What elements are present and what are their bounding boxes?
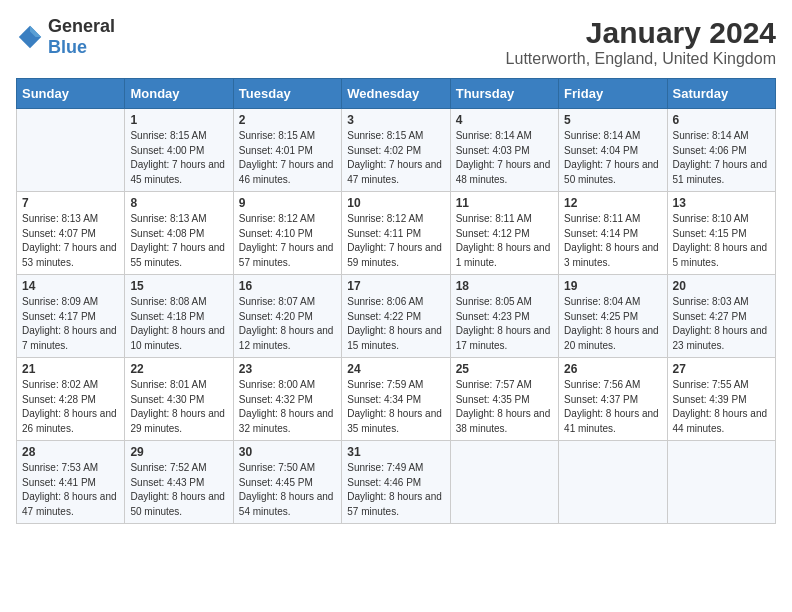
calendar-cell: 10Sunrise: 8:12 AM Sunset: 4:11 PM Dayli… xyxy=(342,192,450,275)
day-number: 11 xyxy=(456,196,553,210)
cell-content: Sunrise: 8:15 AM Sunset: 4:02 PM Dayligh… xyxy=(347,129,444,187)
calendar-cell: 2Sunrise: 8:15 AM Sunset: 4:01 PM Daylig… xyxy=(233,109,341,192)
calendar-cell: 8Sunrise: 8:13 AM Sunset: 4:08 PM Daylig… xyxy=(125,192,233,275)
cell-content: Sunrise: 8:14 AM Sunset: 4:04 PM Dayligh… xyxy=(564,129,661,187)
calendar-cell: 25Sunrise: 7:57 AM Sunset: 4:35 PM Dayli… xyxy=(450,358,558,441)
calendar-header-row: SundayMondayTuesdayWednesdayThursdayFrid… xyxy=(17,79,776,109)
weekday-header-wednesday: Wednesday xyxy=(342,79,450,109)
weekday-header-thursday: Thursday xyxy=(450,79,558,109)
cell-content: Sunrise: 8:07 AM Sunset: 4:20 PM Dayligh… xyxy=(239,295,336,353)
calendar-week-row: 14Sunrise: 8:09 AM Sunset: 4:17 PM Dayli… xyxy=(17,275,776,358)
calendar-cell: 29Sunrise: 7:52 AM Sunset: 4:43 PM Dayli… xyxy=(125,441,233,524)
location-title: Lutterworth, England, United Kingdom xyxy=(506,50,776,68)
cell-content: Sunrise: 8:15 AM Sunset: 4:01 PM Dayligh… xyxy=(239,129,336,187)
cell-content: Sunrise: 8:11 AM Sunset: 4:12 PM Dayligh… xyxy=(456,212,553,270)
day-number: 5 xyxy=(564,113,661,127)
cell-content: Sunrise: 8:13 AM Sunset: 4:08 PM Dayligh… xyxy=(130,212,227,270)
calendar-week-row: 28Sunrise: 7:53 AM Sunset: 4:41 PM Dayli… xyxy=(17,441,776,524)
cell-content: Sunrise: 8:03 AM Sunset: 4:27 PM Dayligh… xyxy=(673,295,770,353)
day-number: 1 xyxy=(130,113,227,127)
cell-content: Sunrise: 8:12 AM Sunset: 4:10 PM Dayligh… xyxy=(239,212,336,270)
calendar-week-row: 1Sunrise: 8:15 AM Sunset: 4:00 PM Daylig… xyxy=(17,109,776,192)
calendar-cell: 22Sunrise: 8:01 AM Sunset: 4:30 PM Dayli… xyxy=(125,358,233,441)
weekday-header-sunday: Sunday xyxy=(17,79,125,109)
calendar-cell: 27Sunrise: 7:55 AM Sunset: 4:39 PM Dayli… xyxy=(667,358,775,441)
day-number: 13 xyxy=(673,196,770,210)
day-number: 24 xyxy=(347,362,444,376)
cell-content: Sunrise: 7:52 AM Sunset: 4:43 PM Dayligh… xyxy=(130,461,227,519)
calendar-cell: 1Sunrise: 8:15 AM Sunset: 4:00 PM Daylig… xyxy=(125,109,233,192)
cell-content: Sunrise: 7:57 AM Sunset: 4:35 PM Dayligh… xyxy=(456,378,553,436)
calendar-cell: 17Sunrise: 8:06 AM Sunset: 4:22 PM Dayli… xyxy=(342,275,450,358)
day-number: 17 xyxy=(347,279,444,293)
cell-content: Sunrise: 8:00 AM Sunset: 4:32 PM Dayligh… xyxy=(239,378,336,436)
day-number: 4 xyxy=(456,113,553,127)
calendar-cell: 31Sunrise: 7:49 AM Sunset: 4:46 PM Dayli… xyxy=(342,441,450,524)
day-number: 10 xyxy=(347,196,444,210)
calendar-week-row: 7Sunrise: 8:13 AM Sunset: 4:07 PM Daylig… xyxy=(17,192,776,275)
calendar-cell: 15Sunrise: 8:08 AM Sunset: 4:18 PM Dayli… xyxy=(125,275,233,358)
cell-content: Sunrise: 7:50 AM Sunset: 4:45 PM Dayligh… xyxy=(239,461,336,519)
day-number: 20 xyxy=(673,279,770,293)
day-number: 27 xyxy=(673,362,770,376)
day-number: 16 xyxy=(239,279,336,293)
calendar-cell: 6Sunrise: 8:14 AM Sunset: 4:06 PM Daylig… xyxy=(667,109,775,192)
weekday-header-tuesday: Tuesday xyxy=(233,79,341,109)
weekday-header-friday: Friday xyxy=(559,79,667,109)
day-number: 12 xyxy=(564,196,661,210)
month-title: January 2024 xyxy=(506,16,776,50)
cell-content: Sunrise: 8:08 AM Sunset: 4:18 PM Dayligh… xyxy=(130,295,227,353)
day-number: 28 xyxy=(22,445,119,459)
calendar-cell: 4Sunrise: 8:14 AM Sunset: 4:03 PM Daylig… xyxy=(450,109,558,192)
cell-content: Sunrise: 8:11 AM Sunset: 4:14 PM Dayligh… xyxy=(564,212,661,270)
cell-content: Sunrise: 8:13 AM Sunset: 4:07 PM Dayligh… xyxy=(22,212,119,270)
cell-content: Sunrise: 8:09 AM Sunset: 4:17 PM Dayligh… xyxy=(22,295,119,353)
calendar-cell: 9Sunrise: 8:12 AM Sunset: 4:10 PM Daylig… xyxy=(233,192,341,275)
cell-content: Sunrise: 8:15 AM Sunset: 4:00 PM Dayligh… xyxy=(130,129,227,187)
calendar-cell: 28Sunrise: 7:53 AM Sunset: 4:41 PM Dayli… xyxy=(17,441,125,524)
day-number: 3 xyxy=(347,113,444,127)
calendar-cell: 18Sunrise: 8:05 AM Sunset: 4:23 PM Dayli… xyxy=(450,275,558,358)
calendar-cell: 21Sunrise: 8:02 AM Sunset: 4:28 PM Dayli… xyxy=(17,358,125,441)
cell-content: Sunrise: 8:05 AM Sunset: 4:23 PM Dayligh… xyxy=(456,295,553,353)
calendar-cell: 14Sunrise: 8:09 AM Sunset: 4:17 PM Dayli… xyxy=(17,275,125,358)
calendar-cell: 20Sunrise: 8:03 AM Sunset: 4:27 PM Dayli… xyxy=(667,275,775,358)
weekday-header-saturday: Saturday xyxy=(667,79,775,109)
calendar-cell: 26Sunrise: 7:56 AM Sunset: 4:37 PM Dayli… xyxy=(559,358,667,441)
day-number: 31 xyxy=(347,445,444,459)
cell-content: Sunrise: 7:53 AM Sunset: 4:41 PM Dayligh… xyxy=(22,461,119,519)
calendar-cell: 23Sunrise: 8:00 AM Sunset: 4:32 PM Dayli… xyxy=(233,358,341,441)
calendar-cell: 24Sunrise: 7:59 AM Sunset: 4:34 PM Dayli… xyxy=(342,358,450,441)
day-number: 2 xyxy=(239,113,336,127)
day-number: 19 xyxy=(564,279,661,293)
page-header: General Blue January 2024 Lutterworth, E… xyxy=(16,16,776,68)
weekday-header-monday: Monday xyxy=(125,79,233,109)
cell-content: Sunrise: 8:04 AM Sunset: 4:25 PM Dayligh… xyxy=(564,295,661,353)
calendar-cell: 7Sunrise: 8:13 AM Sunset: 4:07 PM Daylig… xyxy=(17,192,125,275)
calendar-cell xyxy=(667,441,775,524)
day-number: 7 xyxy=(22,196,119,210)
calendar-cell: 16Sunrise: 8:07 AM Sunset: 4:20 PM Dayli… xyxy=(233,275,341,358)
cell-content: Sunrise: 7:49 AM Sunset: 4:46 PM Dayligh… xyxy=(347,461,444,519)
logo: General Blue xyxy=(16,16,115,58)
calendar-cell: 13Sunrise: 8:10 AM Sunset: 4:15 PM Dayli… xyxy=(667,192,775,275)
calendar-cell xyxy=(450,441,558,524)
logo-text: General Blue xyxy=(48,16,115,58)
cell-content: Sunrise: 8:06 AM Sunset: 4:22 PM Dayligh… xyxy=(347,295,444,353)
cell-content: Sunrise: 8:10 AM Sunset: 4:15 PM Dayligh… xyxy=(673,212,770,270)
calendar-table: SundayMondayTuesdayWednesdayThursdayFrid… xyxy=(16,78,776,524)
day-number: 22 xyxy=(130,362,227,376)
calendar-cell: 19Sunrise: 8:04 AM Sunset: 4:25 PM Dayli… xyxy=(559,275,667,358)
calendar-cell: 3Sunrise: 8:15 AM Sunset: 4:02 PM Daylig… xyxy=(342,109,450,192)
cell-content: Sunrise: 8:12 AM Sunset: 4:11 PM Dayligh… xyxy=(347,212,444,270)
day-number: 26 xyxy=(564,362,661,376)
day-number: 9 xyxy=(239,196,336,210)
calendar-cell: 30Sunrise: 7:50 AM Sunset: 4:45 PM Dayli… xyxy=(233,441,341,524)
logo-icon xyxy=(16,23,44,51)
calendar-cell xyxy=(17,109,125,192)
cell-content: Sunrise: 8:14 AM Sunset: 4:06 PM Dayligh… xyxy=(673,129,770,187)
day-number: 25 xyxy=(456,362,553,376)
day-number: 8 xyxy=(130,196,227,210)
cell-content: Sunrise: 8:14 AM Sunset: 4:03 PM Dayligh… xyxy=(456,129,553,187)
cell-content: Sunrise: 8:01 AM Sunset: 4:30 PM Dayligh… xyxy=(130,378,227,436)
